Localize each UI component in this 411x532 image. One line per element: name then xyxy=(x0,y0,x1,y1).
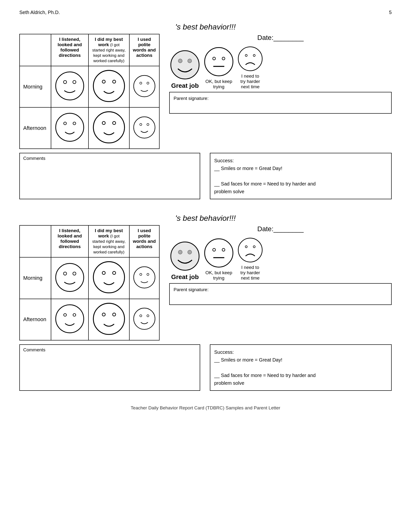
svg-point-31 xyxy=(93,262,124,293)
svg-point-27 xyxy=(253,54,255,56)
face-sad-2: I need totry hardernext time xyxy=(237,237,263,281)
svg-point-3 xyxy=(93,70,124,102)
face-happy-1: Great job xyxy=(169,49,201,89)
faces-row-1: Great job OK, but keep trying xyxy=(169,46,392,89)
section-1: 's best behavior!!! I listened, looked a… xyxy=(19,22,392,199)
svg-point-40 xyxy=(93,303,124,334)
svg-point-0 xyxy=(56,72,84,100)
morning-label-1: Morning xyxy=(19,66,51,107)
footer-text: Teacher Daily Behavior Report Card (TDBR… xyxy=(131,405,280,410)
face-neutral-1: OK, but keep trying xyxy=(203,46,234,89)
svg-point-29 xyxy=(64,272,67,275)
success-box-2: Success: __ Smiles or more = Great Day! … xyxy=(210,344,392,391)
morning-smiley-2a[interactable] xyxy=(51,257,88,299)
svg-point-33 xyxy=(113,272,116,275)
section-2-bottom: Comments Success: __ Smiles or more = Gr… xyxy=(19,344,392,391)
face-sad-label-2: I need totry hardernext time xyxy=(240,265,260,281)
svg-point-35 xyxy=(140,273,142,276)
afternoon-smiley-1a[interactable] xyxy=(51,107,88,149)
morning-smiley-2b[interactable] xyxy=(88,257,129,299)
face-happy-label-2: Great job xyxy=(171,273,199,281)
svg-point-18 xyxy=(171,51,199,79)
col-bestwork: I did my best work (I got started right … xyxy=(88,34,129,66)
faces-row-2: Great job OK, but keep trying xyxy=(169,237,392,281)
table-row-afternoon-1: Afternoon xyxy=(19,107,159,149)
svg-point-41 xyxy=(102,313,105,316)
svg-point-21 xyxy=(205,48,233,76)
success-text-2: Success: __ Smiles or more = Great Day! … xyxy=(214,348,387,387)
svg-point-43 xyxy=(134,308,155,329)
parent-sig-2: Parent signature: xyxy=(169,283,392,305)
svg-point-39 xyxy=(73,314,76,316)
section-2-table-area: I listened, looked and followed directio… xyxy=(19,225,159,340)
col-empty-2 xyxy=(19,225,51,257)
svg-point-16 xyxy=(140,123,142,125)
svg-point-48 xyxy=(188,250,191,254)
morning-smiley-1c[interactable] xyxy=(129,66,159,107)
svg-point-44 xyxy=(140,315,142,317)
svg-point-15 xyxy=(134,117,155,138)
table-row-morning-1: Morning xyxy=(19,66,159,107)
face-sad-label-1: I need totry hardernext time xyxy=(240,74,260,89)
svg-point-47 xyxy=(178,250,182,254)
svg-point-36 xyxy=(147,273,149,276)
svg-point-4 xyxy=(102,80,105,83)
face-happy-label-1: Great job xyxy=(171,82,199,89)
page-footer: Teacher Daily Behavior Report Card (TDBR… xyxy=(19,405,392,411)
success-text-1: Success: __ Smiles or more = Great Day! … xyxy=(214,157,387,195)
afternoon-smiley-2b[interactable] xyxy=(88,299,129,340)
morning-smiley-1a[interactable] xyxy=(51,66,88,107)
svg-point-34 xyxy=(134,267,155,288)
afternoon-smiley-2a[interactable] xyxy=(51,299,88,340)
svg-point-37 xyxy=(56,305,84,333)
svg-point-53 xyxy=(238,238,262,262)
face-happy-2: Great job xyxy=(169,240,201,281)
comments-box-2: Comments xyxy=(19,344,200,391)
section-2: 's best behavior!!! I listened, looked a… xyxy=(19,214,392,390)
col-polite-2: I used polite words and actions xyxy=(129,225,159,257)
behavior-table-2: I listened, looked and followed directio… xyxy=(19,225,159,340)
svg-point-17 xyxy=(147,123,149,125)
col-listened-2: I listened, looked and followed directio… xyxy=(51,225,88,257)
col-listened: I listened, looked and followed directio… xyxy=(51,34,88,66)
author-label: Seth Aldrich, Ph.D. xyxy=(19,10,60,15)
svg-point-1 xyxy=(64,81,67,84)
section-1-title: 's best behavior!!! xyxy=(19,22,392,31)
afternoon-smiley-1b[interactable] xyxy=(88,107,129,149)
svg-point-19 xyxy=(178,59,182,63)
face-neutral-label-2: OK, but keep trying xyxy=(203,270,234,281)
table-header-row: I listened, looked and followed directio… xyxy=(19,34,159,66)
col-polite: I used polite words and actions xyxy=(129,34,159,66)
svg-point-25 xyxy=(238,47,262,71)
col-bestwork-2: I did my best work (I got started right … xyxy=(88,225,129,257)
svg-point-8 xyxy=(147,82,149,84)
svg-point-22 xyxy=(213,57,215,60)
svg-point-23 xyxy=(222,57,225,60)
col-empty xyxy=(19,34,51,66)
section-1-bottom: Comments Success: __ Smiles or more = Gr… xyxy=(19,153,392,199)
afternoon-smiley-1c[interactable] xyxy=(129,107,159,149)
date-line-2: Date:________ xyxy=(169,225,392,233)
comments-box-1: Comments xyxy=(19,153,200,199)
morning-smiley-2c[interactable] xyxy=(129,257,159,299)
afternoon-label-2: Afternoon xyxy=(19,299,51,340)
date-line-1: Date:________ xyxy=(169,34,392,42)
svg-point-11 xyxy=(73,122,76,125)
section-2-title: 's best behavior!!! xyxy=(19,214,392,223)
section-2-right: Date:________ Great job xyxy=(169,225,392,305)
success-box-1: Success: __ Smiles or more = Great Day! … xyxy=(210,153,392,199)
parent-sig-1: Parent signature: xyxy=(169,92,392,114)
face-sad-1: I need totry hardernext time xyxy=(237,46,263,89)
morning-smiley-1b[interactable] xyxy=(88,66,129,107)
svg-point-2 xyxy=(73,81,76,84)
afternoon-label-1: Afternoon xyxy=(19,107,51,149)
afternoon-smiley-2c[interactable] xyxy=(129,299,159,340)
svg-point-30 xyxy=(73,272,76,275)
svg-point-49 xyxy=(205,239,233,267)
face-neutral-2: OK, but keep trying xyxy=(203,237,234,281)
svg-point-12 xyxy=(93,112,124,143)
face-neutral-label-1: OK, but keep trying xyxy=(203,79,234,89)
svg-point-28 xyxy=(56,263,84,291)
svg-point-20 xyxy=(188,59,191,63)
page-number: 5 xyxy=(389,10,392,15)
